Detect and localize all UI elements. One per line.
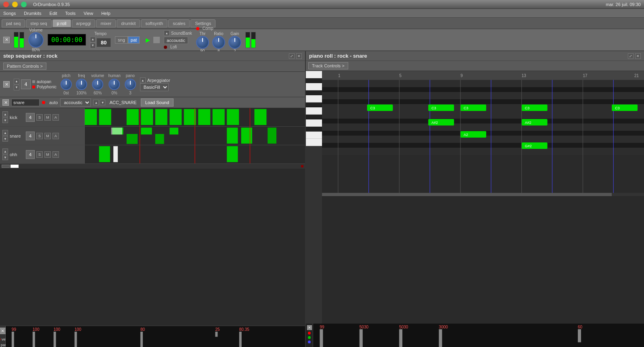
snare-num-up[interactable] — [2, 130, 8, 136]
human-knob-group: human 0% — [108, 73, 121, 95]
ohh-num-up[interactable] — [2, 148, 8, 154]
minimize-btn[interactable] — [12, 2, 18, 7]
pano-knob[interactable] — [125, 79, 136, 90]
tempo-value[interactable]: 80 — [96, 38, 111, 47]
right-panel: piano roll : rock - snare ⤢ ✕ Track Cont… — [306, 51, 644, 347]
menu-edit[interactable]: Edit — [48, 10, 59, 17]
seq-scroll-white1 — [2, 165, 10, 168]
preset-up-btn[interactable] — [93, 100, 99, 105]
volume-ctrl-knob[interactable] — [92, 79, 103, 90]
ratio-knob[interactable] — [212, 36, 225, 49]
inst-num-up[interactable] — [14, 79, 19, 84]
svg-rect-48 — [322, 92, 644, 99]
sound-x-btn[interactable]: ✕ — [2, 99, 9, 106]
tab-p-roll[interactable]: p roll — [52, 19, 71, 27]
kick-m-btn[interactable]: M — [44, 114, 51, 121]
menu-drumkits[interactable]: Drumkits — [22, 10, 43, 17]
tempo-up-btn[interactable] — [90, 37, 96, 42]
snare-track-num: 4 — [26, 132, 35, 140]
sound-bank-select[interactable]: accoustic — [60, 98, 91, 107]
ohh-num-down[interactable] — [2, 155, 8, 160]
ohh-s-btn[interactable]: S — [36, 151, 43, 158]
tempo-down-btn[interactable] — [90, 43, 96, 48]
pr-close-btn[interactable]: ✕ — [635, 53, 641, 59]
pr-scroll-thumb[interactable] — [322, 193, 612, 196]
thr-knob[interactable] — [196, 36, 209, 49]
kick-num-down[interactable] — [2, 117, 8, 123]
playback-controls: ▶ — [144, 36, 160, 44]
soundbank-up-btn[interactable] — [164, 30, 169, 36]
maximize-btn[interactable] — [21, 2, 27, 7]
ohh-m-btn[interactable]: M — [44, 151, 51, 158]
svg-text:100: 100 — [75, 327, 82, 332]
tab-pat-seq[interactable]: pat seq — [2, 19, 25, 27]
tab-step-seq[interactable]: step seq — [26, 19, 52, 27]
sng-btn[interactable]: sng — [115, 36, 128, 44]
step-seq-close-btn[interactable]: ✕ — [296, 53, 302, 59]
tab-softsynth[interactable]: softsynth — [141, 19, 167, 27]
soundbank-value[interactable]: accoustic — [164, 37, 188, 44]
snare-num-down[interactable] — [2, 136, 8, 142]
vel-x-btn[interactable]: ✕ — [0, 328, 6, 334]
sound-row: ✕ auto accoustic ACC_SNARE Load Sound — [0, 97, 305, 108]
pattern-controls-btn[interactable]: Pattern Controls > — [3, 63, 46, 70]
menu-view[interactable]: View — [82, 10, 95, 17]
pr-resize-btn[interactable]: ⤢ — [628, 53, 634, 59]
svg-text:80.35: 80.35 — [239, 327, 249, 332]
step-seq-resize-btn[interactable]: ⤢ — [289, 53, 295, 59]
vel-dot-velo — [0, 338, 0, 341]
kick-track-name: kick — [10, 115, 24, 120]
vu-r2 — [251, 32, 256, 48]
kick-a-btn[interactable]: A — [52, 114, 59, 121]
piano-key-as2 — [306, 107, 322, 115]
gain-label: Gain — [230, 31, 239, 36]
kick-s-btn[interactable]: S — [36, 114, 43, 121]
tab-drumkit[interactable]: drumkit — [117, 19, 140, 27]
left-panel: step sequencer : rock ⤢ ✕ Pattern Contro… — [0, 51, 306, 347]
pitch-knob[interactable] — [61, 79, 72, 90]
vel-right-legend: ✕ — [306, 324, 313, 347]
inst-x-btn[interactable]: ✕ — [3, 81, 10, 88]
volume-knob[interactable] — [28, 32, 44, 48]
svg-rect-26 — [99, 146, 110, 162]
inst-num-down[interactable] — [14, 85, 19, 90]
snare-s-btn[interactable]: S — [36, 133, 43, 139]
volume-ctrl-label: volume — [91, 73, 104, 78]
ohh-track-num: 4 — [26, 150, 35, 159]
menu-help[interactable]: Help — [100, 10, 112, 17]
close-btn[interactable] — [3, 2, 9, 7]
freq-knob[interactable] — [76, 79, 87, 90]
menu-tools[interactable]: Tools — [64, 10, 77, 17]
sound-name-input[interactable] — [11, 99, 40, 106]
menu-songs[interactable]: Songs — [2, 10, 17, 17]
gain-knob[interactable] — [228, 36, 241, 49]
arp-up-btn[interactable] — [140, 77, 146, 83]
kick-pattern-svg — [85, 108, 305, 126]
load-sound-btn[interactable]: Load Sound — [141, 98, 174, 107]
pat-btn[interactable]: pat — [128, 36, 140, 44]
tab-mixer[interactable]: mixer — [96, 19, 116, 27]
preset-down-btn[interactable] — [100, 100, 105, 105]
snare-m-btn[interactable]: M — [44, 133, 51, 139]
arp-select[interactable]: BasicFill — [140, 83, 169, 91]
vel-panel-right: ✕ 99 5030 5030 3000 60 — [306, 324, 644, 347]
tab-arpeggi[interactable]: arpeggi — [72, 19, 96, 27]
transport-x-btn[interactable]: ✕ — [3, 37, 10, 43]
ohh-track: ohh 4 S M A — [0, 145, 305, 164]
svg-rect-16 — [141, 128, 152, 134]
track-controls-btn[interactable]: Track Controls > — [308, 62, 348, 69]
tab-scales[interactable]: scales — [168, 19, 190, 27]
svg-rect-18 — [169, 128, 178, 134]
svg-rect-89 — [360, 329, 363, 347]
pr-grid-svg: C3 C3 C3 C3 C3 A#2 — [322, 80, 644, 193]
stop-btn[interactable] — [153, 37, 160, 43]
kick-num-up[interactable] — [2, 111, 8, 117]
volume-section: Volume 80% — [28, 28, 44, 52]
human-knob[interactable] — [109, 79, 120, 90]
svg-text:5030: 5030 — [360, 325, 369, 329]
snare-a-btn[interactable]: A — [52, 133, 59, 139]
ohh-a-btn[interactable]: A — [52, 151, 59, 158]
vel-right-x-btn[interactable]: ✕ — [307, 325, 312, 330]
play-btn[interactable]: ▶ — [144, 36, 152, 44]
svg-rect-17 — [155, 134, 164, 144]
